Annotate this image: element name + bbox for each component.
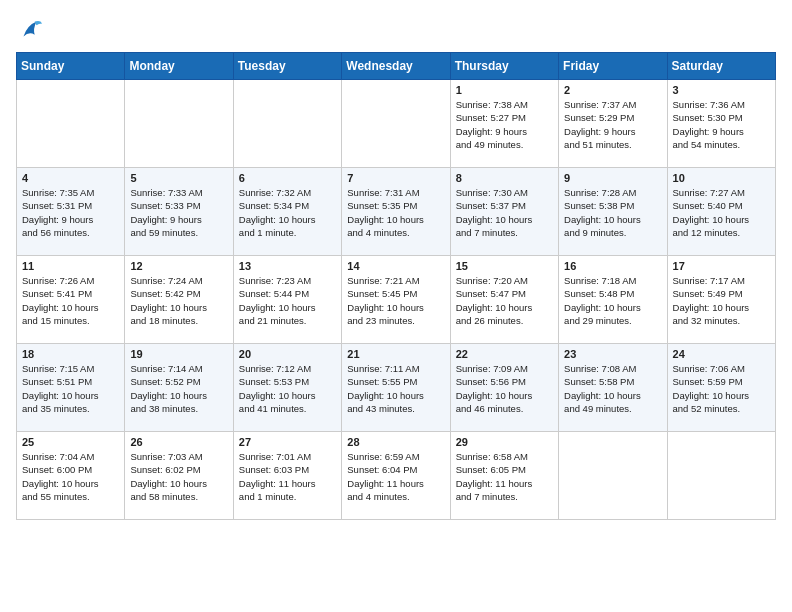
- day-info: Sunrise: 7:21 AM Sunset: 5:45 PM Dayligh…: [347, 274, 444, 327]
- calendar-week-row: 11Sunrise: 7:26 AM Sunset: 5:41 PM Dayli…: [17, 256, 776, 344]
- calendar-cell: 10Sunrise: 7:27 AM Sunset: 5:40 PM Dayli…: [667, 168, 775, 256]
- calendar-cell: [17, 80, 125, 168]
- calendar-cell: 9Sunrise: 7:28 AM Sunset: 5:38 PM Daylig…: [559, 168, 667, 256]
- calendar-cell: 24Sunrise: 7:06 AM Sunset: 5:59 PM Dayli…: [667, 344, 775, 432]
- calendar-cell: 15Sunrise: 7:20 AM Sunset: 5:47 PM Dayli…: [450, 256, 558, 344]
- day-number: 15: [456, 260, 553, 272]
- calendar-cell: 2Sunrise: 7:37 AM Sunset: 5:29 PM Daylig…: [559, 80, 667, 168]
- calendar-cell: 4Sunrise: 7:35 AM Sunset: 5:31 PM Daylig…: [17, 168, 125, 256]
- calendar-header-sunday: Sunday: [17, 53, 125, 80]
- calendar-cell: 16Sunrise: 7:18 AM Sunset: 5:48 PM Dayli…: [559, 256, 667, 344]
- day-info: Sunrise: 7:31 AM Sunset: 5:35 PM Dayligh…: [347, 186, 444, 239]
- day-number: 4: [22, 172, 119, 184]
- calendar-cell: 7Sunrise: 7:31 AM Sunset: 5:35 PM Daylig…: [342, 168, 450, 256]
- calendar-cell: [667, 432, 775, 520]
- calendar-cell: 11Sunrise: 7:26 AM Sunset: 5:41 PM Dayli…: [17, 256, 125, 344]
- day-number: 13: [239, 260, 336, 272]
- day-info: Sunrise: 7:26 AM Sunset: 5:41 PM Dayligh…: [22, 274, 119, 327]
- day-info: Sunrise: 7:09 AM Sunset: 5:56 PM Dayligh…: [456, 362, 553, 415]
- day-info: Sunrise: 7:32 AM Sunset: 5:34 PM Dayligh…: [239, 186, 336, 239]
- day-number: 16: [564, 260, 661, 272]
- day-number: 24: [673, 348, 770, 360]
- day-number: 26: [130, 436, 227, 448]
- day-number: 20: [239, 348, 336, 360]
- calendar-cell: [125, 80, 233, 168]
- calendar-week-row: 4Sunrise: 7:35 AM Sunset: 5:31 PM Daylig…: [17, 168, 776, 256]
- day-number: 8: [456, 172, 553, 184]
- day-info: Sunrise: 7:23 AM Sunset: 5:44 PM Dayligh…: [239, 274, 336, 327]
- calendar-cell: [342, 80, 450, 168]
- calendar-week-row: 18Sunrise: 7:15 AM Sunset: 5:51 PM Dayli…: [17, 344, 776, 432]
- day-number: 6: [239, 172, 336, 184]
- calendar-cell: 13Sunrise: 7:23 AM Sunset: 5:44 PM Dayli…: [233, 256, 341, 344]
- calendar-cell: 1Sunrise: 7:38 AM Sunset: 5:27 PM Daylig…: [450, 80, 558, 168]
- calendar-header-wednesday: Wednesday: [342, 53, 450, 80]
- day-number: 2: [564, 84, 661, 96]
- calendar-cell: 19Sunrise: 7:14 AM Sunset: 5:52 PM Dayli…: [125, 344, 233, 432]
- calendar-cell: 23Sunrise: 7:08 AM Sunset: 5:58 PM Dayli…: [559, 344, 667, 432]
- calendar-cell: 20Sunrise: 7:12 AM Sunset: 5:53 PM Dayli…: [233, 344, 341, 432]
- day-number: 18: [22, 348, 119, 360]
- day-info: Sunrise: 7:17 AM Sunset: 5:49 PM Dayligh…: [673, 274, 770, 327]
- day-number: 11: [22, 260, 119, 272]
- calendar-header-row: SundayMondayTuesdayWednesdayThursdayFrid…: [17, 53, 776, 80]
- day-info: Sunrise: 7:18 AM Sunset: 5:48 PM Dayligh…: [564, 274, 661, 327]
- day-info: Sunrise: 7:35 AM Sunset: 5:31 PM Dayligh…: [22, 186, 119, 239]
- calendar-cell: 8Sunrise: 7:30 AM Sunset: 5:37 PM Daylig…: [450, 168, 558, 256]
- calendar-cell: 14Sunrise: 7:21 AM Sunset: 5:45 PM Dayli…: [342, 256, 450, 344]
- day-number: 29: [456, 436, 553, 448]
- day-number: 22: [456, 348, 553, 360]
- day-number: 7: [347, 172, 444, 184]
- day-info: Sunrise: 7:28 AM Sunset: 5:38 PM Dayligh…: [564, 186, 661, 239]
- calendar-cell: 22Sunrise: 7:09 AM Sunset: 5:56 PM Dayli…: [450, 344, 558, 432]
- day-info: Sunrise: 6:58 AM Sunset: 6:05 PM Dayligh…: [456, 450, 553, 503]
- calendar-cell: 18Sunrise: 7:15 AM Sunset: 5:51 PM Dayli…: [17, 344, 125, 432]
- calendar-cell: 26Sunrise: 7:03 AM Sunset: 6:02 PM Dayli…: [125, 432, 233, 520]
- calendar-cell: 21Sunrise: 7:11 AM Sunset: 5:55 PM Dayli…: [342, 344, 450, 432]
- day-info: Sunrise: 7:03 AM Sunset: 6:02 PM Dayligh…: [130, 450, 227, 503]
- calendar-week-row: 25Sunrise: 7:04 AM Sunset: 6:00 PM Dayli…: [17, 432, 776, 520]
- calendar-cell: 6Sunrise: 7:32 AM Sunset: 5:34 PM Daylig…: [233, 168, 341, 256]
- day-info: Sunrise: 7:36 AM Sunset: 5:30 PM Dayligh…: [673, 98, 770, 151]
- calendar-header-monday: Monday: [125, 53, 233, 80]
- page-header: [16, 16, 776, 44]
- day-info: Sunrise: 7:24 AM Sunset: 5:42 PM Dayligh…: [130, 274, 227, 327]
- calendar-cell: 27Sunrise: 7:01 AM Sunset: 6:03 PM Dayli…: [233, 432, 341, 520]
- day-info: Sunrise: 7:06 AM Sunset: 5:59 PM Dayligh…: [673, 362, 770, 415]
- day-number: 21: [347, 348, 444, 360]
- day-info: Sunrise: 7:14 AM Sunset: 5:52 PM Dayligh…: [130, 362, 227, 415]
- day-number: 19: [130, 348, 227, 360]
- calendar-header-friday: Friday: [559, 53, 667, 80]
- calendar-cell: 28Sunrise: 6:59 AM Sunset: 6:04 PM Dayli…: [342, 432, 450, 520]
- day-info: Sunrise: 7:12 AM Sunset: 5:53 PM Dayligh…: [239, 362, 336, 415]
- calendar-header-tuesday: Tuesday: [233, 53, 341, 80]
- day-info: Sunrise: 7:38 AM Sunset: 5:27 PM Dayligh…: [456, 98, 553, 151]
- calendar-cell: 3Sunrise: 7:36 AM Sunset: 5:30 PM Daylig…: [667, 80, 775, 168]
- day-number: 17: [673, 260, 770, 272]
- day-info: Sunrise: 7:15 AM Sunset: 5:51 PM Dayligh…: [22, 362, 119, 415]
- day-info: Sunrise: 7:01 AM Sunset: 6:03 PM Dayligh…: [239, 450, 336, 503]
- calendar-table: SundayMondayTuesdayWednesdayThursdayFrid…: [16, 52, 776, 520]
- day-number: 12: [130, 260, 227, 272]
- day-info: Sunrise: 7:04 AM Sunset: 6:00 PM Dayligh…: [22, 450, 119, 503]
- day-number: 1: [456, 84, 553, 96]
- day-number: 9: [564, 172, 661, 184]
- day-info: Sunrise: 7:11 AM Sunset: 5:55 PM Dayligh…: [347, 362, 444, 415]
- day-number: 23: [564, 348, 661, 360]
- calendar-header-saturday: Saturday: [667, 53, 775, 80]
- calendar-cell: [559, 432, 667, 520]
- day-info: Sunrise: 7:30 AM Sunset: 5:37 PM Dayligh…: [456, 186, 553, 239]
- calendar-cell: [233, 80, 341, 168]
- calendar-cell: 29Sunrise: 6:58 AM Sunset: 6:05 PM Dayli…: [450, 432, 558, 520]
- calendar-cell: 12Sunrise: 7:24 AM Sunset: 5:42 PM Dayli…: [125, 256, 233, 344]
- day-info: Sunrise: 6:59 AM Sunset: 6:04 PM Dayligh…: [347, 450, 444, 503]
- day-number: 5: [130, 172, 227, 184]
- day-info: Sunrise: 7:33 AM Sunset: 5:33 PM Dayligh…: [130, 186, 227, 239]
- day-info: Sunrise: 7:27 AM Sunset: 5:40 PM Dayligh…: [673, 186, 770, 239]
- day-number: 28: [347, 436, 444, 448]
- calendar-cell: 5Sunrise: 7:33 AM Sunset: 5:33 PM Daylig…: [125, 168, 233, 256]
- calendar-header-thursday: Thursday: [450, 53, 558, 80]
- day-number: 27: [239, 436, 336, 448]
- calendar-week-row: 1Sunrise: 7:38 AM Sunset: 5:27 PM Daylig…: [17, 80, 776, 168]
- day-info: Sunrise: 7:37 AM Sunset: 5:29 PM Dayligh…: [564, 98, 661, 151]
